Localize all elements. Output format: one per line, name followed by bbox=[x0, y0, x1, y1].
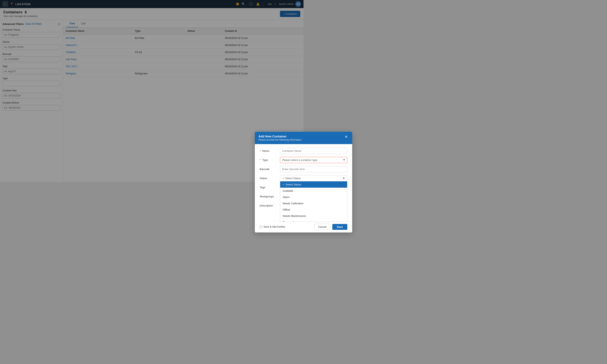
modal-subtitle: Please provide the following information bbox=[258, 138, 301, 141]
add-container-modal: Add New Container Please provide the fol… bbox=[255, 132, 303, 182]
status-dropdown-container: ✓ Select Status ▼ ✓ Select Status Availa… bbox=[280, 175, 303, 182]
field-input-name[interactable] bbox=[280, 148, 303, 154]
field-input-barcode[interactable] bbox=[280, 166, 303, 172]
form-row-barcode: Barcode bbox=[260, 166, 303, 172]
field-select-type[interactable]: Please select a container type bbox=[280, 157, 303, 163]
modal-body: * Name * Type Please select a container … bbox=[255, 144, 303, 182]
status-dropdown-trigger[interactable]: ✓ Select Status ▼ bbox=[280, 175, 303, 182]
modal-overlay: Add New Container Please provide the fol… bbox=[0, 0, 303, 182]
field-label-barcode: Barcode bbox=[260, 166, 280, 171]
field-label-name: * Name bbox=[260, 148, 280, 152]
field-label-type: * Type bbox=[260, 157, 280, 162]
required-star-name: * bbox=[260, 149, 261, 152]
field-label-status: Status bbox=[260, 175, 280, 180]
status-selected-label: ✓ Select Status bbox=[282, 177, 301, 180]
status-dropdown-list: ✓ Select Status Available Alarm Needs Ca… bbox=[280, 182, 303, 182]
modal-title: Add New Container bbox=[258, 135, 301, 138]
status-option-select[interactable]: ✓ Select Status bbox=[280, 182, 303, 182]
form-row-type: * Type Please select a container type bbox=[260, 157, 303, 163]
modal-header: Add New Container Please provide the fol… bbox=[255, 132, 303, 144]
form-row-status: Status ✓ Select Status ▼ ✓ Select Status… bbox=[260, 175, 303, 182]
required-star-type: * bbox=[260, 158, 261, 162]
form-row-name: * Name bbox=[260, 148, 303, 154]
